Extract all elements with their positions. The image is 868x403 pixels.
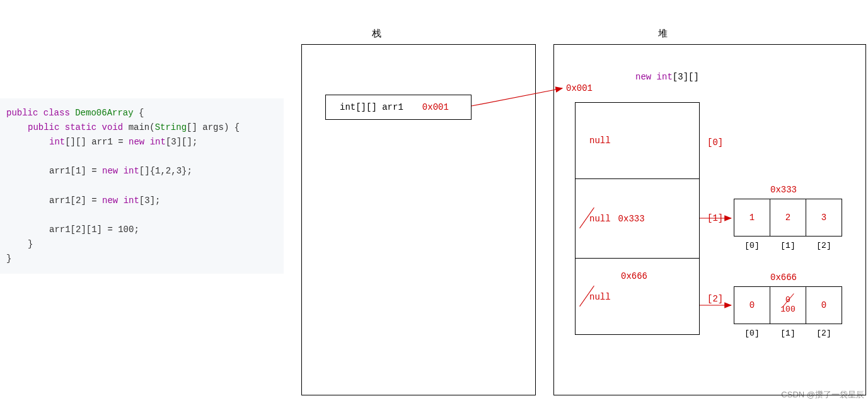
outer-idx-1: [1]	[707, 213, 723, 223]
code-line: }	[6, 252, 277, 266]
stack-var-addr: 0x001	[403, 102, 449, 112]
code-line: arr1[2][1] = 100;	[6, 223, 277, 237]
heap-addr-main: 0x001	[566, 83, 593, 93]
stack-var-name: int[][] arr1	[326, 102, 403, 112]
code-block: public class Demo06Array { public static…	[0, 98, 284, 274]
code-line: arr1[1] = new int[]{1,2,3};	[6, 164, 277, 178]
code-line: }	[6, 237, 277, 252]
heap-title: 堆	[658, 28, 668, 40]
stack-var-arr1: int[][] arr1 0x001	[325, 95, 472, 120]
code-line	[6, 208, 277, 223]
code-line: arr1[2] = new int[3];	[6, 194, 277, 208]
outer-idx-2: [2]	[707, 294, 723, 304]
sub2-addr: 0x666	[770, 272, 797, 283]
sub-array-2: 0[0] 0 100 [1] 0[2]	[734, 286, 842, 324]
code-line	[6, 178, 277, 193]
sub2-cell-1: 0 100 [1]	[770, 287, 806, 324]
sub-array-1: 1[0] 2[1] 3[2]	[734, 199, 842, 237]
outer-array: null null 0x333 null 0x666	[575, 102, 700, 335]
outer-idx-0: [0]	[707, 137, 723, 148]
watermark: CSDN @攒了一袋星辰	[781, 389, 864, 400]
outer-row-2: null 0x666	[576, 258, 699, 335]
code-line: public static void main(String[] args) {	[6, 120, 277, 135]
sub2-cell-2: 0[2]	[806, 287, 842, 324]
code-line	[6, 149, 277, 164]
code-line: public class Demo06Array {	[6, 106, 277, 120]
sub1-cell-2: 3[2]	[806, 199, 842, 236]
stack-title: 栈	[372, 28, 381, 40]
code-line: int[][] arr1 = new int[3][];	[6, 135, 277, 149]
sub1-addr: 0x333	[770, 185, 797, 195]
sub1-cell-0: 1[0]	[734, 199, 770, 236]
outer-row-1: null 0x333	[576, 178, 699, 259]
outer-row-0: null	[576, 103, 699, 178]
heap-new-expr: new int[3][]	[635, 72, 699, 82]
sub2-cell-0: 0[0]	[734, 287, 770, 324]
sub1-cell-1: 2[1]	[770, 199, 806, 236]
